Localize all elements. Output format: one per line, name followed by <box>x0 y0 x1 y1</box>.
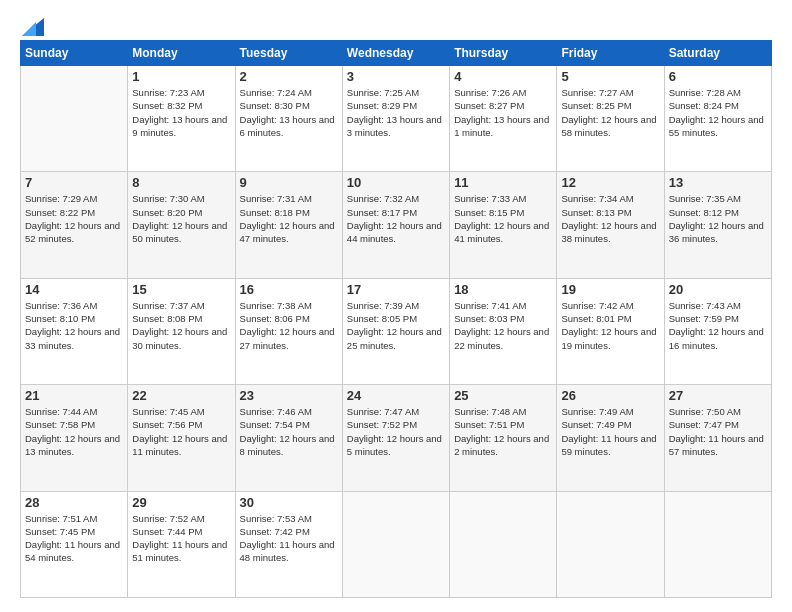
day-number: 8 <box>132 175 230 190</box>
day-info: Sunrise: 7:32 AM Sunset: 8:17 PM Dayligh… <box>347 192 445 245</box>
day-info: Sunrise: 7:26 AM Sunset: 8:27 PM Dayligh… <box>454 86 552 139</box>
day-info: Sunrise: 7:30 AM Sunset: 8:20 PM Dayligh… <box>132 192 230 245</box>
day-number: 13 <box>669 175 767 190</box>
day-number: 3 <box>347 69 445 84</box>
day-info: Sunrise: 7:36 AM Sunset: 8:10 PM Dayligh… <box>25 299 123 352</box>
logo <box>20 18 44 32</box>
calendar-cell: 25 Sunrise: 7:48 AM Sunset: 7:51 PM Dayl… <box>450 385 557 491</box>
calendar-cell: 20 Sunrise: 7:43 AM Sunset: 7:59 PM Dayl… <box>664 278 771 384</box>
day-info: Sunrise: 7:41 AM Sunset: 8:03 PM Dayligh… <box>454 299 552 352</box>
day-info: Sunrise: 7:33 AM Sunset: 8:15 PM Dayligh… <box>454 192 552 245</box>
day-number: 10 <box>347 175 445 190</box>
day-info: Sunrise: 7:37 AM Sunset: 8:08 PM Dayligh… <box>132 299 230 352</box>
day-info: Sunrise: 7:34 AM Sunset: 8:13 PM Dayligh… <box>561 192 659 245</box>
day-info: Sunrise: 7:48 AM Sunset: 7:51 PM Dayligh… <box>454 405 552 458</box>
calendar-cell: 27 Sunrise: 7:50 AM Sunset: 7:47 PM Dayl… <box>664 385 771 491</box>
day-number: 9 <box>240 175 338 190</box>
calendar-cell: 18 Sunrise: 7:41 AM Sunset: 8:03 PM Dayl… <box>450 278 557 384</box>
calendar-cell: 19 Sunrise: 7:42 AM Sunset: 8:01 PM Dayl… <box>557 278 664 384</box>
calendar-cell: 29 Sunrise: 7:52 AM Sunset: 7:44 PM Dayl… <box>128 491 235 597</box>
calendar-cell: 30 Sunrise: 7:53 AM Sunset: 7:42 PM Dayl… <box>235 491 342 597</box>
day-number: 17 <box>347 282 445 297</box>
weekday-header-tuesday: Tuesday <box>235 41 342 66</box>
calendar-cell: 10 Sunrise: 7:32 AM Sunset: 8:17 PM Dayl… <box>342 172 449 278</box>
page: SundayMondayTuesdayWednesdayThursdayFrid… <box>0 0 792 612</box>
day-number: 15 <box>132 282 230 297</box>
day-info: Sunrise: 7:35 AM Sunset: 8:12 PM Dayligh… <box>669 192 767 245</box>
day-number: 29 <box>132 495 230 510</box>
day-info: Sunrise: 7:46 AM Sunset: 7:54 PM Dayligh… <box>240 405 338 458</box>
day-info: Sunrise: 7:51 AM Sunset: 7:45 PM Dayligh… <box>25 512 123 565</box>
calendar-cell: 16 Sunrise: 7:38 AM Sunset: 8:06 PM Dayl… <box>235 278 342 384</box>
day-info: Sunrise: 7:29 AM Sunset: 8:22 PM Dayligh… <box>25 192 123 245</box>
day-info: Sunrise: 7:43 AM Sunset: 7:59 PM Dayligh… <box>669 299 767 352</box>
day-info: Sunrise: 7:39 AM Sunset: 8:05 PM Dayligh… <box>347 299 445 352</box>
calendar-cell <box>21 66 128 172</box>
calendar-cell: 22 Sunrise: 7:45 AM Sunset: 7:56 PM Dayl… <box>128 385 235 491</box>
calendar-cell: 23 Sunrise: 7:46 AM Sunset: 7:54 PM Dayl… <box>235 385 342 491</box>
calendar-cell: 24 Sunrise: 7:47 AM Sunset: 7:52 PM Dayl… <box>342 385 449 491</box>
calendar-cell: 3 Sunrise: 7:25 AM Sunset: 8:29 PM Dayli… <box>342 66 449 172</box>
calendar-cell: 6 Sunrise: 7:28 AM Sunset: 8:24 PM Dayli… <box>664 66 771 172</box>
day-number: 12 <box>561 175 659 190</box>
calendar-cell: 5 Sunrise: 7:27 AM Sunset: 8:25 PM Dayli… <box>557 66 664 172</box>
weekday-header-monday: Monday <box>128 41 235 66</box>
day-number: 26 <box>561 388 659 403</box>
day-info: Sunrise: 7:44 AM Sunset: 7:58 PM Dayligh… <box>25 405 123 458</box>
calendar-cell: 8 Sunrise: 7:30 AM Sunset: 8:20 PM Dayli… <box>128 172 235 278</box>
calendar-cell: 26 Sunrise: 7:49 AM Sunset: 7:49 PM Dayl… <box>557 385 664 491</box>
calendar-cell <box>664 491 771 597</box>
day-info: Sunrise: 7:42 AM Sunset: 8:01 PM Dayligh… <box>561 299 659 352</box>
calendar-cell: 28 Sunrise: 7:51 AM Sunset: 7:45 PM Dayl… <box>21 491 128 597</box>
calendar-cell <box>557 491 664 597</box>
calendar-table: SundayMondayTuesdayWednesdayThursdayFrid… <box>20 40 772 598</box>
day-info: Sunrise: 7:38 AM Sunset: 8:06 PM Dayligh… <box>240 299 338 352</box>
day-number: 30 <box>240 495 338 510</box>
day-info: Sunrise: 7:31 AM Sunset: 8:18 PM Dayligh… <box>240 192 338 245</box>
day-info: Sunrise: 7:23 AM Sunset: 8:32 PM Dayligh… <box>132 86 230 139</box>
day-info: Sunrise: 7:52 AM Sunset: 7:44 PM Dayligh… <box>132 512 230 565</box>
calendar-cell: 2 Sunrise: 7:24 AM Sunset: 8:30 PM Dayli… <box>235 66 342 172</box>
calendar-cell: 14 Sunrise: 7:36 AM Sunset: 8:10 PM Dayl… <box>21 278 128 384</box>
calendar-cell: 1 Sunrise: 7:23 AM Sunset: 8:32 PM Dayli… <box>128 66 235 172</box>
day-number: 21 <box>25 388 123 403</box>
week-row-1: 1 Sunrise: 7:23 AM Sunset: 8:32 PM Dayli… <box>21 66 772 172</box>
day-info: Sunrise: 7:25 AM Sunset: 8:29 PM Dayligh… <box>347 86 445 139</box>
calendar-cell: 7 Sunrise: 7:29 AM Sunset: 8:22 PM Dayli… <box>21 172 128 278</box>
day-info: Sunrise: 7:47 AM Sunset: 7:52 PM Dayligh… <box>347 405 445 458</box>
day-info: Sunrise: 7:50 AM Sunset: 7:47 PM Dayligh… <box>669 405 767 458</box>
calendar-cell: 4 Sunrise: 7:26 AM Sunset: 8:27 PM Dayli… <box>450 66 557 172</box>
weekday-header-saturday: Saturday <box>664 41 771 66</box>
weekday-header-friday: Friday <box>557 41 664 66</box>
day-number: 6 <box>669 69 767 84</box>
day-info: Sunrise: 7:49 AM Sunset: 7:49 PM Dayligh… <box>561 405 659 458</box>
day-number: 24 <box>347 388 445 403</box>
day-number: 1 <box>132 69 230 84</box>
day-number: 7 <box>25 175 123 190</box>
week-row-5: 28 Sunrise: 7:51 AM Sunset: 7:45 PM Dayl… <box>21 491 772 597</box>
day-number: 28 <box>25 495 123 510</box>
day-number: 11 <box>454 175 552 190</box>
weekday-header-thursday: Thursday <box>450 41 557 66</box>
weekday-header-sunday: Sunday <box>21 41 128 66</box>
day-number: 16 <box>240 282 338 297</box>
calendar-cell: 13 Sunrise: 7:35 AM Sunset: 8:12 PM Dayl… <box>664 172 771 278</box>
day-number: 4 <box>454 69 552 84</box>
calendar-cell: 11 Sunrise: 7:33 AM Sunset: 8:15 PM Dayl… <box>450 172 557 278</box>
day-number: 25 <box>454 388 552 403</box>
week-row-2: 7 Sunrise: 7:29 AM Sunset: 8:22 PM Dayli… <box>21 172 772 278</box>
day-number: 5 <box>561 69 659 84</box>
logo-icon <box>22 18 44 36</box>
top-section <box>20 18 772 32</box>
calendar-cell <box>450 491 557 597</box>
day-number: 14 <box>25 282 123 297</box>
day-number: 18 <box>454 282 552 297</box>
calendar-cell: 12 Sunrise: 7:34 AM Sunset: 8:13 PM Dayl… <box>557 172 664 278</box>
day-info: Sunrise: 7:45 AM Sunset: 7:56 PM Dayligh… <box>132 405 230 458</box>
week-row-3: 14 Sunrise: 7:36 AM Sunset: 8:10 PM Dayl… <box>21 278 772 384</box>
day-info: Sunrise: 7:28 AM Sunset: 8:24 PM Dayligh… <box>669 86 767 139</box>
svg-marker-1 <box>22 22 36 36</box>
calendar-cell: 21 Sunrise: 7:44 AM Sunset: 7:58 PM Dayl… <box>21 385 128 491</box>
week-row-4: 21 Sunrise: 7:44 AM Sunset: 7:58 PM Dayl… <box>21 385 772 491</box>
day-number: 19 <box>561 282 659 297</box>
